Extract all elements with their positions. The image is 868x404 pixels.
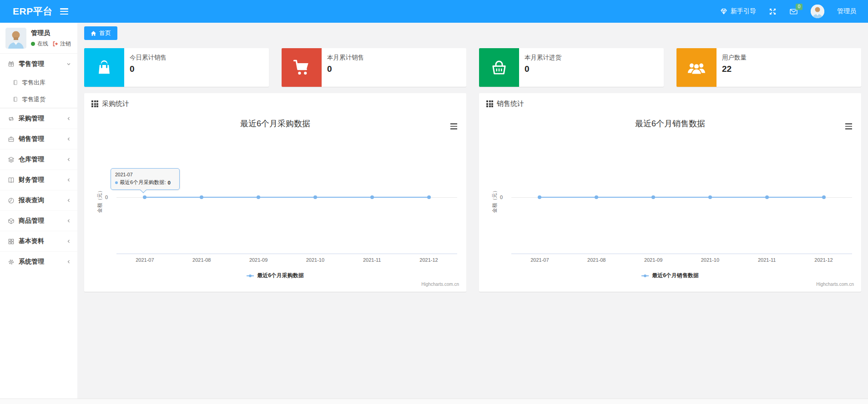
card-value: 22	[722, 64, 747, 74]
grid-icon	[8, 238, 15, 245]
message-count-badge: 0	[796, 4, 802, 10]
online-status-label: 在线	[37, 40, 48, 48]
series-point[interactable]	[765, 195, 769, 199]
app-logo: ERP平台	[13, 5, 53, 18]
card-label: 今日累计销售	[130, 54, 167, 62]
book-icon	[12, 80, 18, 85]
card-today-sales: 今日累计销售 0	[84, 48, 269, 87]
x-axis-line	[511, 254, 852, 254]
chevron-left-icon	[66, 239, 71, 244]
tab-bar: 首页	[77, 23, 868, 41]
series-point[interactable]	[370, 195, 374, 199]
report-icon	[8, 197, 15, 204]
x-axis-line	[116, 254, 457, 254]
book-icon	[12, 96, 18, 102]
purchase-stats-panel: 采购统计 最近6个月采购数据 金额（元） 0	[84, 93, 466, 292]
sidebar: 管理员 在线 注销	[0, 23, 77, 399]
series-point[interactable]	[313, 195, 317, 199]
logout-label: 注销	[60, 40, 71, 48]
chart-credit[interactable]: Highcharts.com.cn	[421, 282, 459, 287]
sidebar-item-system[interactable]: 系统管理	[0, 251, 77, 272]
sidebar-item-sales[interactable]: 销售管理	[0, 129, 77, 149]
cube-icon	[8, 218, 15, 224]
briefcase-icon	[8, 136, 15, 143]
chart-tooltip: 2021-07 最近6个月采购数据: 0	[111, 168, 180, 190]
panel-title: 销售统计	[497, 100, 524, 108]
series-point[interactable]	[200, 195, 203, 199]
chevron-left-icon	[66, 219, 71, 223]
series-point[interactable]	[143, 195, 146, 199]
chart-context-menu-icon[interactable]	[845, 123, 852, 130]
guide-button[interactable]: 新手引导	[720, 7, 756, 15]
y-axis-label: 金额（元）	[96, 188, 103, 213]
series-point[interactable]	[822, 195, 826, 199]
user-avatar[interactable]	[811, 5, 824, 18]
chevron-left-icon	[66, 259, 71, 264]
series-point[interactable]	[595, 195, 598, 199]
sidebar-item-warehouse[interactable]: 仓库管理	[0, 149, 77, 170]
guide-label: 新手引导	[731, 7, 756, 15]
home-icon	[91, 30, 96, 36]
x-axis-ticks: 2021-07 2021-08 2021-09 2021-10 2021-11 …	[116, 257, 457, 263]
sidebar-item-retail[interactable]: 零售管理	[0, 54, 77, 74]
series-point[interactable]	[651, 195, 655, 199]
online-status-dot	[31, 42, 35, 46]
chart-credit[interactable]: Highcharts.com.cn	[816, 282, 854, 287]
repeat-icon	[8, 115, 15, 122]
main-content: 首页 今日累计销售 0	[77, 23, 868, 399]
sidebar-avatar	[5, 28, 26, 49]
legend-item[interactable]: 最近6个月销售数据	[479, 272, 861, 279]
messages-button[interactable]: 0	[789, 8, 798, 15]
tooltip-series-dot	[115, 181, 118, 184]
gift-icon	[8, 60, 15, 67]
sidebar-toggle-icon[interactable]	[60, 8, 68, 15]
card-label: 本月累计进货	[525, 54, 561, 62]
chart-panels: 采购统计 最近6个月采购数据 金额（元） 0	[84, 93, 861, 292]
chevron-left-icon	[66, 198, 71, 203]
chevron-left-icon	[66, 137, 71, 141]
sidebar-item-retail-out[interactable]: 零售出库	[0, 74, 77, 91]
sidebar-item-retail-return[interactable]: 零售退货	[0, 91, 77, 108]
card-month-purchase: 本月累计进货 0	[479, 48, 664, 87]
header-actions: 新手引导 0	[720, 5, 868, 18]
series-point[interactable]	[427, 195, 431, 199]
sidebar-item-purchase[interactable]: 采购管理	[0, 108, 77, 129]
card-month-sales: 本月累计销售 0	[282, 48, 466, 87]
users-icon	[676, 48, 717, 87]
stat-cards: 今日累计销售 0 本月累计销售 0	[84, 48, 861, 87]
panel-title: 采购统计	[102, 100, 129, 108]
sidebar-item-goods[interactable]: 商品管理	[0, 210, 77, 231]
tooltip-callout	[140, 187, 146, 193]
y-axis-tick: 0	[500, 195, 503, 200]
chart-title: 最近6个月采购数据	[84, 118, 466, 129]
chevron-left-icon	[66, 157, 71, 162]
series-point[interactable]	[708, 195, 712, 199]
brand-area: ERP平台	[0, 5, 77, 18]
sidebar-item-reports[interactable]: 报表查询	[0, 190, 77, 210]
basket-icon	[479, 48, 519, 87]
sidebar-user-panel: 管理员 在线 注销	[0, 23, 77, 54]
card-value: 0	[327, 64, 364, 74]
y-axis-tick: 0	[105, 195, 108, 200]
app: ERP平台 新手引导	[0, 0, 868, 404]
th-icon	[91, 100, 98, 107]
sidebar-item-finance[interactable]: 财务管理	[0, 170, 77, 190]
chevron-left-icon	[66, 116, 71, 121]
legend-item[interactable]: 最近6个月采购数据	[84, 272, 466, 279]
series-point[interactable]	[538, 195, 541, 199]
chevron-down-icon	[66, 62, 71, 66]
username-label[interactable]: 管理员	[837, 7, 856, 15]
series-line	[540, 197, 823, 198]
series-line	[145, 197, 429, 198]
series-point[interactable]	[257, 195, 260, 199]
page-footer	[0, 399, 868, 404]
sidebar-item-basic-data[interactable]: 基本资料	[0, 231, 77, 251]
card-user-count: 用户数量 22	[676, 48, 861, 87]
gem-icon	[720, 8, 727, 15]
logout-button[interactable]: 注销	[52, 40, 71, 48]
tab-home[interactable]: 首页	[84, 26, 117, 40]
chart-context-menu-icon[interactable]	[450, 123, 457, 130]
th-icon	[486, 100, 493, 107]
card-value: 0	[130, 64, 167, 74]
fullscreen-icon[interactable]	[769, 8, 777, 15]
